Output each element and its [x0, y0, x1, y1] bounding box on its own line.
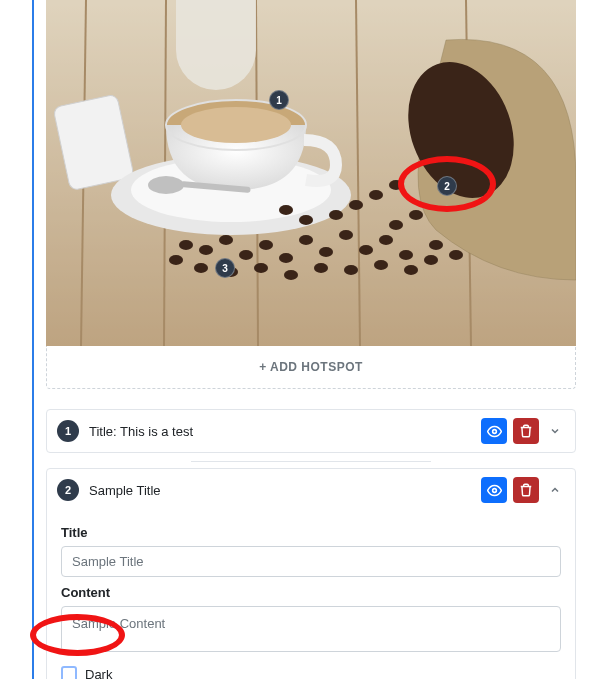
delete-button[interactable] [513, 477, 539, 503]
svg-point-27 [379, 235, 393, 245]
chevron-down-icon [549, 425, 561, 437]
svg-rect-8 [176, 0, 256, 90]
svg-point-13 [181, 107, 291, 143]
hotspot-panel-2: 2 Sample Title Title Content [46, 468, 576, 679]
hotspot-marker-2[interactable]: 2 [437, 176, 457, 196]
svg-point-48 [279, 205, 293, 215]
svg-point-30 [194, 263, 208, 273]
svg-point-29 [169, 255, 183, 265]
svg-point-36 [374, 260, 388, 270]
svg-point-46 [369, 190, 383, 200]
svg-point-47 [389, 180, 403, 190]
visibility-toggle-button[interactable] [481, 418, 507, 444]
svg-point-21 [259, 240, 273, 250]
delete-button[interactable] [513, 418, 539, 444]
svg-point-14 [148, 176, 184, 194]
svg-point-17 [179, 240, 193, 250]
svg-point-23 [299, 235, 313, 245]
svg-point-45 [349, 200, 363, 210]
svg-point-25 [339, 230, 353, 240]
panel-header[interactable]: 1 Title: This is a test [47, 410, 575, 452]
title-input[interactable] [61, 546, 561, 577]
visibility-toggle-button[interactable] [481, 477, 507, 503]
hotspot-image-area[interactable]: 1 2 3 [46, 0, 576, 346]
trash-icon [519, 424, 533, 438]
eye-icon [487, 483, 502, 498]
chevron-up-icon [549, 484, 561, 496]
panel-divider [191, 461, 431, 462]
panel-title: Title: This is a test [89, 424, 481, 439]
svg-point-26 [359, 245, 373, 255]
svg-point-44 [329, 210, 343, 220]
dark-checkbox-label: Dark [85, 667, 112, 680]
panel-body: Title Content Dark Show coordinates [47, 511, 575, 679]
svg-point-42 [449, 250, 463, 260]
svg-point-43 [299, 215, 313, 225]
svg-point-39 [389, 220, 403, 230]
hotspot-marker-3[interactable]: 3 [215, 258, 235, 278]
svg-point-18 [199, 245, 213, 255]
svg-point-35 [344, 265, 358, 275]
svg-point-32 [254, 263, 268, 273]
editor-content: 1 2 3 + ADD HOTSPOT 1 Title: This is a t… [46, 0, 576, 679]
svg-point-34 [314, 263, 328, 273]
collapse-toggle[interactable] [545, 480, 565, 500]
content-label: Content [61, 585, 561, 600]
hotspot-panel-1: 1 Title: This is a test [46, 409, 576, 453]
title-label: Title [61, 525, 561, 540]
dark-checkbox-row: Dark [61, 666, 561, 679]
svg-point-28 [399, 250, 413, 260]
svg-point-41 [429, 240, 443, 250]
trash-icon [519, 483, 533, 497]
hotspot-marker-1[interactable]: 1 [269, 90, 289, 110]
svg-point-37 [404, 265, 418, 275]
add-hotspot-button[interactable]: + ADD HOTSPOT [46, 346, 576, 389]
panel-number-badge: 2 [57, 479, 79, 501]
background-image [46, 0, 576, 346]
svg-point-50 [492, 488, 496, 492]
svg-point-20 [239, 250, 253, 260]
panel-title: Sample Title [89, 483, 481, 498]
svg-point-38 [424, 255, 438, 265]
content-input[interactable] [61, 606, 561, 652]
eye-icon [487, 424, 502, 439]
panel-header[interactable]: 2 Sample Title [47, 469, 575, 511]
hotspot-panels: 1 Title: This is a test 2 [46, 409, 576, 679]
sidebar-indicator [32, 0, 34, 679]
expand-toggle[interactable] [545, 421, 565, 441]
panel-number-badge: 1 [57, 420, 79, 442]
svg-point-19 [219, 235, 233, 245]
svg-point-33 [284, 270, 298, 280]
svg-point-22 [279, 253, 293, 263]
svg-point-40 [409, 210, 423, 220]
dark-checkbox[interactable] [61, 666, 77, 679]
svg-point-24 [319, 247, 333, 257]
svg-point-49 [492, 429, 496, 433]
